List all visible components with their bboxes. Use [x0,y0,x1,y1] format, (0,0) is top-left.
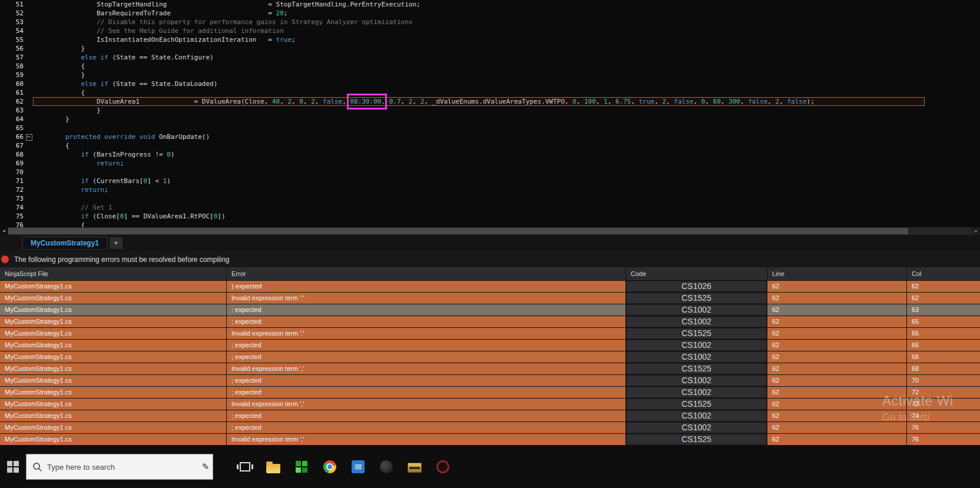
code-line[interactable]: 60 else if (State == State.DataLoaded) [0,79,980,88]
code-line[interactable]: 69 return; [0,159,980,168]
chrome-button[interactable] [316,446,344,488]
scrollbar-thumb[interactable] [8,228,908,234]
code-line[interactable]: 73 [0,194,980,203]
code-line[interactable]: 59 } [0,71,980,79]
column-header-line[interactable]: Line [767,267,906,280]
fold-gutter [24,79,34,88]
error-message-cell: Invalid expression term ',' [227,434,625,445]
fold-marker-icon[interactable] [24,132,34,141]
code-line[interactable]: 68 if (BarsInProgress != 0) [0,150,980,159]
code-segment: , [666,98,674,105]
code-line[interactable]: 61 { [0,88,980,97]
horizontal-scrollbar[interactable] [0,227,980,235]
error-message-cell: ; expected [227,375,625,386]
error-row[interactable]: MyCustomStrategy1.cs; expectedCS10026276 [0,422,980,433]
code-line[interactable]: 58 { [0,62,980,71]
code-text: IsInstantiatedOnEachOptimizationIteratio… [34,35,296,44]
code-segment: if [81,213,88,220]
code-segment: 100 [584,98,596,105]
search-input[interactable] [47,463,198,472]
code-segment: { [34,142,69,150]
line-number: 66 [0,132,24,141]
fold-gutter [24,71,34,79]
code-line[interactable]: 70 [0,168,980,177]
column-header-col[interactable]: Col [907,267,980,280]
code-line[interactable]: 53 // Disable this property for performa… [0,18,980,26]
search-box[interactable] [26,454,213,480]
error-row[interactable]: MyCustomStrategy1.csInvalid expression t… [0,293,980,304]
code-line[interactable]: 65 [0,124,980,132]
error-code-value: CS1026 [626,281,767,292]
code-segment: return [97,160,120,167]
maroon-circle-app-button[interactable] [429,446,457,488]
code-text: { [34,141,69,150]
code-line[interactable]: 54 // See the Help Guide for additional … [0,26,980,35]
code-segment: false [323,98,342,105]
error-line-cell: 62 [767,363,906,374]
scroll-right-icon[interactable] [972,227,980,235]
error-row[interactable]: MyCustomStrategy1.cs; expectedCS10026266 [0,340,980,351]
code-text: // Disable this property for performance… [34,18,412,26]
error-row[interactable]: MyCustomStrategy1.cs) expectedCS10266262 [0,281,980,292]
file-explorer-button[interactable] [259,446,287,488]
error-message-cell: ; expected [227,316,625,327]
code-line[interactable]: 64 } [0,115,980,124]
column-header-file[interactable]: NinjaScript File [0,267,226,280]
tab-mycustomstrategy1[interactable]: MyCustomStrategy1 [22,237,107,250]
column-header-error[interactable]: Error [227,267,625,280]
error-row[interactable]: MyCustomStrategy1.csInvalid expression t… [0,399,980,410]
error-row[interactable]: MyCustomStrategy1.cs; expectedCS10026272 [0,387,980,398]
start-button[interactable] [0,446,26,488]
code-line[interactable]: 57 else if (State == State.Configure) [0,53,980,62]
code-segment: { [34,221,85,227]
code-segment: OnBarUpdate() [155,133,210,141]
error-code-cell: CS1525 [626,399,767,410]
green-app-button[interactable] [287,446,316,488]
code-line[interactable]: 67 { [0,141,980,150]
gold-badge-app-button[interactable] [400,446,429,488]
error-row[interactable]: MyCustomStrategy1.csInvalid expression t… [0,328,980,339]
code-segment: , [779,98,787,105]
error-row[interactable]: MyCustomStrategy1.cs; expectedCS10026270 [0,375,980,386]
new-tab-button[interactable]: + [110,237,122,249]
error-row[interactable]: MyCustomStrategy1.cs; expectedCS10026265 [0,316,980,327]
code-line[interactable]: 56 } [0,44,980,53]
error-col-cell: 65 [907,316,980,327]
code-line[interactable]: 71 if (CurrentBars[0] < 1) [0,177,980,185]
error-row[interactable]: MyCustomStrategy1.csInvalid expression t… [0,434,980,445]
error-line-cell: 62 [767,387,906,398]
code-segment: ) [171,151,175,158]
code-editor[interactable]: 51 StopTargetHandling = StopTargetHandli… [0,0,980,227]
code-line[interactable]: 74 // Set 1 [0,203,980,212]
code-line[interactable]: 63 } [0,106,980,115]
error-row[interactable]: MyCustomStrategy1.cs; expectedCS10026263 [0,304,980,316]
code-line[interactable]: 75 if (Close[0] == DValueArea1.RtPOC[0]) [0,212,980,221]
error-row[interactable]: MyCustomStrategy1.cs; expectedCS10026268 [0,351,980,363]
code-line-highlighted[interactable]: 62 DValueArea1 = DValueArea(Close, 40, 2… [0,97,980,106]
error-row[interactable]: MyCustomStrategy1.csInvalid expression t… [0,363,980,374]
code-segment: , [315,98,323,105]
error-code-cell: CS1002 [626,316,767,327]
error-code-value: CS1002 [626,410,767,421]
error-line-cell: 62 [767,375,906,386]
code-line[interactable]: 55 IsInstantiatedOnEachOptimizationItera… [0,35,980,44]
code-line[interactable]: 72 return; [0,185,980,194]
dark-app-button[interactable] [372,446,400,488]
ninjascript-editor-window: 51 StopTargetHandling = StopTargetHandli… [0,0,980,488]
error-row[interactable]: MyCustomStrategy1.cs; expectedCS10026274 [0,410,980,421]
code-line[interactable]: 51 StopTargetHandling = StopTargetHandli… [0,0,980,9]
code-segment: 40 [272,98,280,105]
fold-gutter [24,177,34,185]
fold-gutter [24,0,34,9]
scroll-left-icon[interactable] [0,227,8,235]
fold-gutter [24,124,34,132]
code-line[interactable]: 66 protected override void OnBarUpdate() [0,132,980,141]
code-segment: } [34,45,85,52]
code-line[interactable]: 76 { [0,221,980,227]
code-line[interactable]: 52 BarsRequiredToTrade = 20; [0,9,980,18]
error-code-cell: CS1525 [626,363,767,374]
code-segment: protected override void [65,133,155,141]
column-header-code[interactable]: Code [626,267,767,280]
mail-app-button[interactable] [344,446,372,488]
task-view-button[interactable] [231,446,259,488]
